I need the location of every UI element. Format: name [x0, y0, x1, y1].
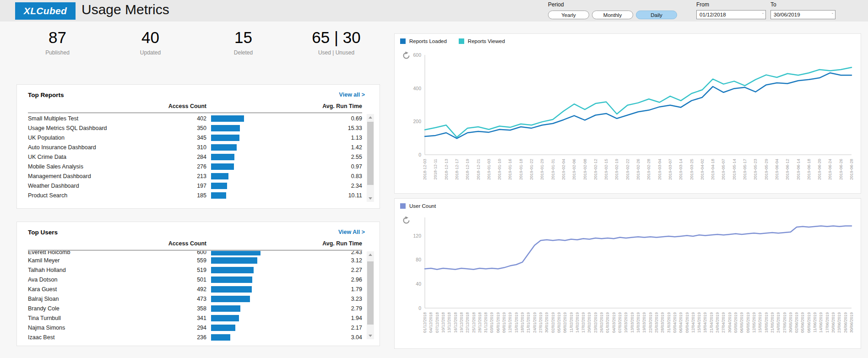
legend-item[interactable]: Reports Loaded [400, 38, 447, 44]
row-avg-run-time: 0.69 [280, 115, 362, 122]
table-row[interactable]: Talhah Holland5192.27 [28, 265, 362, 275]
table-row[interactable]: Small Multiples Test4020.69 [28, 114, 362, 123]
svg-text:05/02/2019: 05/02/2019 [557, 312, 561, 333]
table-row[interactable]: Najma Simons2942.17 [28, 323, 362, 332]
row-access-count: 358 [165, 305, 206, 312]
access-count-bar [211, 325, 235, 331]
period-label: Period [548, 1, 564, 8]
table-row[interactable]: Ava Dotson5012.96 [28, 275, 362, 284]
table-row[interactable]: Usage Metrics SQL Dashboard35015.33 [28, 123, 362, 133]
svg-text:2018-12-21: 2018-12-21 [476, 159, 481, 180]
row-bar-cell [206, 305, 280, 312]
svg-text:19/03/2019: 19/03/2019 [642, 312, 646, 333]
top-users-table-body: Everett Holcomb6002.43Kamil Meyer5593.12… [28, 251, 362, 342]
svg-text:24/04/2019: 24/04/2019 [715, 312, 720, 333]
svg-text:21/05/2019: 21/05/2019 [770, 312, 775, 333]
svg-text:2019-06-28: 2019-06-28 [849, 159, 854, 180]
from-label: From [696, 1, 709, 8]
svg-text:12/04/2019: 12/04/2019 [691, 312, 695, 333]
table-row[interactable]: Management Dashboard2130.83 [28, 171, 362, 181]
svg-text:03/05/2019: 03/05/2019 [733, 312, 738, 333]
table-row[interactable]: Product Search18510.11 [28, 190, 362, 200]
svg-text:21/01/2019: 21/01/2019 [526, 312, 531, 333]
svg-text:2019-06-14: 2019-06-14 [796, 159, 801, 180]
table-row[interactable]: Brandy Cole3582.79 [28, 304, 362, 313]
svg-text:22/12/2018: 22/12/2018 [465, 312, 470, 333]
table-row[interactable]: Auto Insurance Dashboard3101.42 [28, 142, 362, 152]
table-row[interactable]: Balraj Sloan4733.23 [28, 294, 362, 304]
access-count-bar [211, 173, 228, 179]
top-users-view-all-link[interactable]: View All > [338, 229, 365, 235]
svg-text:2019-06-20: 2019-06-20 [817, 159, 822, 180]
period-yearly-button[interactable]: Yearly [548, 11, 589, 19]
period-monthly-button[interactable]: Monthly [592, 11, 633, 19]
top-reports-scrollbar[interactable] [367, 114, 374, 202]
row-access-count: 294 [165, 325, 206, 331]
row-bar-cell [206, 334, 280, 341]
kpi-published: 87 Published [11, 28, 104, 65]
svg-text:03/04/2019: 03/04/2019 [673, 312, 677, 333]
table-row[interactable]: Weather Dashboard1972.34 [28, 181, 362, 190]
legend-swatch-icon [459, 38, 464, 44]
scroll-up-icon[interactable] [367, 251, 374, 258]
svg-text:2019-06-04: 2019-06-04 [775, 159, 779, 180]
scrollbar-thumb[interactable] [367, 122, 374, 185]
svg-text:2019-04-02: 2019-04-02 [700, 159, 705, 180]
chevron-down-icon[interactable]: ˇ [832, 12, 833, 17]
table-row[interactable]: UK Crime Data2842.55 [28, 152, 362, 162]
scrollbar-thumb[interactable] [367, 261, 374, 325]
svg-text:2019-02-26: 2019-02-26 [636, 159, 640, 180]
svg-text:15/04/2019: 15/04/2019 [697, 312, 701, 333]
table-row[interactable]: Izaac Best2363.04 [28, 332, 362, 342]
row-access-count: 473 [165, 296, 206, 302]
table-row[interactable]: Kamil Meyer5593.12 [28, 255, 362, 265]
svg-text:08/06/2019: 08/06/2019 [807, 312, 811, 333]
svg-text:2018-12-03: 2018-12-03 [423, 159, 427, 180]
kpi-updated-value: 40 [104, 28, 197, 47]
table-row[interactable]: Mobile Sales Analysis2760.97 [28, 162, 362, 171]
from-date-input[interactable] [700, 11, 757, 19]
top-users-card: Top Users View All > Access Count Avg. R… [16, 222, 380, 346]
access-count-bar [211, 183, 227, 189]
clipped-table-row[interactable]: Everett Holcomb6002.43 [28, 251, 362, 255]
top-reports-table-body: Small Multiples Test4020.69Usage Metrics… [28, 114, 362, 200]
row-avg-run-time: 3.23 [280, 296, 362, 302]
table-row[interactable]: UK Population3451.13 [28, 133, 362, 142]
table-row[interactable]: Kara Guest4921.79 [28, 284, 362, 294]
svg-text:2019-06-26: 2019-06-26 [839, 159, 843, 180]
from-date-field[interactable]: ˇ [696, 10, 766, 19]
svg-text:11/06/2019: 11/06/2019 [813, 312, 817, 332]
row-bar-cell [206, 183, 280, 189]
to-date-input[interactable] [774, 11, 827, 19]
scroll-up-icon[interactable] [367, 114, 374, 121]
to-date-field[interactable]: ˇ [770, 10, 835, 19]
svg-text:09/01/2019: 09/01/2019 [502, 312, 506, 333]
table-row[interactable]: Tina Turnbull3411.94 [28, 313, 362, 323]
reports-loaded-viewed-chart[interactable]: 02004006002018-12-032018-12-112018-12-13… [395, 49, 861, 193]
top-reports-view-all-link[interactable]: View all > [339, 92, 365, 98]
top-reports-card: Top Reports View all > Access Count Avg.… [16, 84, 380, 209]
svg-text:2019-04-18: 2019-04-18 [711, 159, 715, 180]
row-access-count: 492 [165, 286, 206, 293]
svg-text:2019-03-14: 2019-03-14 [678, 159, 683, 180]
scroll-down-icon[interactable] [367, 332, 374, 339]
access-count-bar [211, 125, 240, 131]
period-daily-button[interactable]: Daily [636, 11, 677, 19]
row-access-count: 341 [165, 315, 206, 321]
svg-text:11/02/2019: 11/02/2019 [569, 312, 574, 332]
svg-text:2019-06-18: 2019-06-18 [807, 159, 811, 180]
kpi-used-unused: 65 | 30 Used | Unused [290, 28, 383, 65]
row-avg-run-time: 3.04 [280, 334, 362, 341]
scroll-down-icon[interactable] [367, 195, 374, 202]
row-bar-cell [206, 163, 280, 170]
chevron-down-icon[interactable]: ˇ [762, 12, 764, 17]
access-count-bar [211, 277, 252, 283]
row-bar-cell [206, 144, 280, 151]
svg-text:17/06/2019: 17/06/2019 [825, 312, 830, 333]
top-header-bar: XLCubed Usage Metrics Period Yearly Mont… [0, 0, 868, 22]
top-users-scrollbar[interactable] [367, 251, 374, 339]
legend-item[interactable]: Reports Viewed [459, 38, 505, 44]
legend-item[interactable]: User Count [400, 203, 436, 209]
user-count-chart[interactable]: 0408012001/12/201804/12/201807/12/201810… [395, 211, 861, 348]
table-row[interactable]: Everett Holcomb6002.43 [28, 251, 362, 255]
